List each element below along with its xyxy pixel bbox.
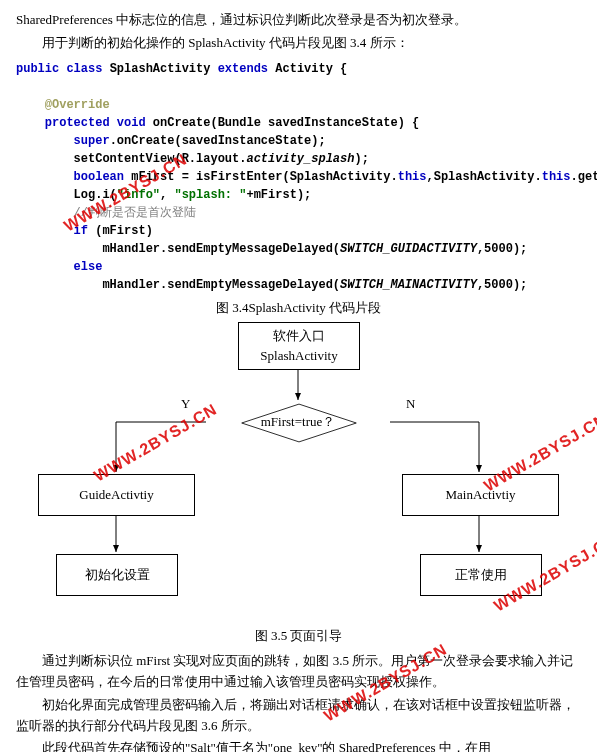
flow-entry: 软件入口 SplashActivity — [238, 322, 360, 370]
log-comma: , — [160, 188, 174, 202]
if-cond: (mFirst) — [88, 224, 153, 238]
mfirst-assign-1: mFirst = isFirstEnter(SplashActivity. — [124, 170, 398, 184]
paragraph-3: 通过判断标识位 mFirst 实现对应页面的跳转，如图 3.5 所示。用户第一次… — [16, 651, 581, 693]
flow-normal: 正常使用 — [420, 554, 542, 596]
layout-id: activity_splash — [246, 152, 354, 166]
flow-main: MainActivtiy — [402, 474, 559, 516]
flow-guide-label: GuideActivtiy — [79, 485, 153, 506]
log-str-info: "info" — [117, 188, 160, 202]
class-name: SplashActivity — [110, 62, 211, 76]
kw-public-class: public class — [16, 62, 102, 76]
switch-guid-const: SWITCH_GUIDACTIVITY — [340, 242, 477, 256]
page: SharedPreferences 中标志位的信息，通过标识位判断此次登录是否为… — [16, 10, 581, 752]
flow-entry-l1: 软件入口 — [273, 326, 325, 347]
handler-guid-end: ,5000); — [477, 242, 527, 256]
flow-guide: GuideActivtiy — [38, 474, 195, 516]
paragraph-2: 用于判断的初始化操作的 SplashActivity 代码片段见图 3.4 所示… — [16, 33, 581, 54]
super-call: .onCreate(savedInstanceState); — [110, 134, 326, 148]
superclass: Activity { — [275, 62, 347, 76]
mfirst-assign-3: .getClass().getName()); — [571, 170, 597, 184]
flow-init: 初始化设置 — [56, 554, 178, 596]
code-listing-3-4: public class SplashActivity extends Acti… — [16, 60, 581, 294]
kw-else: else — [74, 260, 103, 274]
log-str-splash: "splash: " — [174, 188, 246, 202]
setcontentview-pre: setContentView(R.layout. — [74, 152, 247, 166]
handler-main-end: ,5000); — [477, 278, 527, 292]
flow-decision: mFirst=true？ — [208, 377, 388, 467]
flow-entry-l2: SplashActivity — [260, 346, 337, 367]
paragraph-4: 初始化界面完成管理员密码输入后，将蹦出对话框请求确认，在该对话框中设置按钮监听器… — [16, 695, 581, 737]
kw-super: super — [74, 134, 110, 148]
flowchart-3-5: 软件入口 SplashActivity mFirst=true？ Y N Gui… — [16, 322, 581, 622]
kw-if: if — [74, 224, 88, 238]
kw-extends: extends — [218, 62, 268, 76]
annotation-override: @Override — [45, 98, 110, 112]
kw-this-1: this — [398, 170, 427, 184]
log-tail: +mFirst); — [246, 188, 311, 202]
branch-n-label: N — [406, 394, 415, 415]
code-comment: //判断是否是首次登陆 — [74, 206, 196, 220]
flow-init-label: 初始化设置 — [85, 565, 150, 586]
branch-y-label: Y — [181, 394, 190, 415]
caption-3-4: 图 3.4SplashActivity 代码片段 — [16, 298, 581, 319]
flow-main-label: MainActivtiy — [445, 485, 515, 506]
kw-this-2: this — [542, 170, 571, 184]
method-oncreate: onCreate(Bundle savedInstanceState) { — [153, 116, 419, 130]
switch-main-const: SWITCH_MAINACTIVITY — [340, 278, 477, 292]
flow-decision-label: mFirst=true？ — [208, 377, 388, 467]
kw-protected-void: protected void — [45, 116, 146, 130]
log-pre: Log.i( — [74, 188, 117, 202]
paragraph-1: SharedPreferences 中标志位的信息，通过标识位判断此次登录是否为… — [16, 10, 581, 31]
caption-3-5: 图 3.5 页面引导 — [16, 626, 581, 647]
flow-normal-label: 正常使用 — [455, 565, 507, 586]
handler-guid-pre: mHandler.sendEmptyMessageDelayed( — [102, 242, 340, 256]
kw-boolean: boolean — [74, 170, 124, 184]
mfirst-assign-2: ,SplashActivity. — [427, 170, 542, 184]
handler-main-pre: mHandler.sendEmptyMessageDelayed( — [102, 278, 340, 292]
setcontentview-end: ); — [354, 152, 368, 166]
paragraph-5: 此段代码首先存储预设的"Salt"值于名为"one_key"的 SharedPr… — [16, 738, 581, 752]
